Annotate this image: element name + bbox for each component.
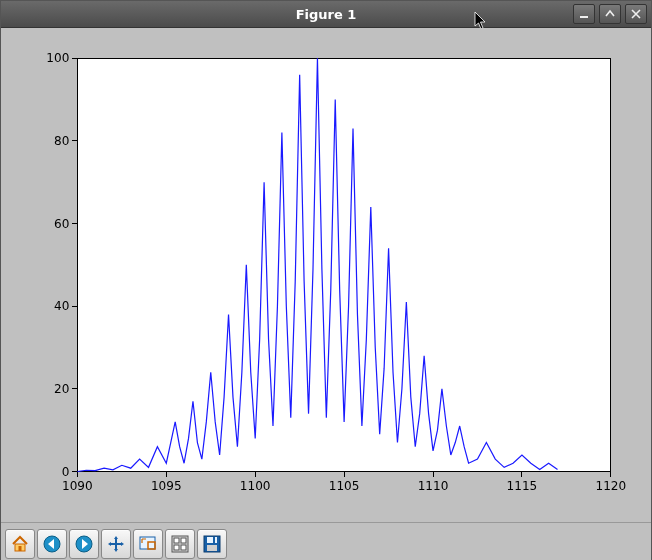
back-button[interactable] <box>37 529 67 559</box>
x-tick-label: 1105 <box>329 479 360 493</box>
svg-rect-19 <box>111 543 121 545</box>
y-axis: 020406080100 <box>46 51 77 478</box>
window-controls <box>573 4 647 24</box>
x-tick-label: 1100 <box>240 479 271 493</box>
titlebar: Figure 1 <box>1 1 651 28</box>
y-tick-label: 40 <box>54 299 69 313</box>
svg-rect-28 <box>207 537 217 543</box>
zoom-button[interactable] <box>133 529 163 559</box>
x-tick-label: 1110 <box>418 479 449 493</box>
y-tick-label: 100 <box>46 51 69 65</box>
minimize-button[interactable] <box>573 4 595 24</box>
svg-rect-30 <box>207 545 217 551</box>
svg-rect-23 <box>174 538 179 543</box>
close-icon <box>630 8 642 20</box>
arrow-left-icon <box>42 534 62 554</box>
pan-button[interactable] <box>101 529 131 559</box>
chart[interactable]: 1090109511001105111011151120020406080100 <box>19 46 633 512</box>
x-tick-label: 1090 <box>62 479 93 493</box>
x-tick-label: 1120 <box>595 479 626 493</box>
minimize-icon <box>578 8 590 20</box>
figure-canvas-area: 1090109511001105111011151120020406080100 <box>1 28 651 522</box>
y-tick-label: 20 <box>54 382 69 396</box>
home-icon <box>10 534 30 554</box>
maximize-button[interactable] <box>599 4 621 24</box>
svg-rect-0 <box>580 16 588 18</box>
svg-rect-26 <box>181 545 186 550</box>
x-tick-label: 1115 <box>507 479 538 493</box>
window-title: Figure 1 <box>1 7 651 22</box>
subplots-button[interactable] <box>165 529 195 559</box>
x-axis: 1090109511001105111011151120 <box>62 471 626 492</box>
subplots-icon <box>170 534 190 554</box>
nav-toolbar <box>1 522 651 560</box>
save-icon <box>202 534 222 554</box>
svg-rect-15 <box>19 546 22 551</box>
svg-rect-25 <box>174 545 179 550</box>
save-button[interactable] <box>197 529 227 559</box>
svg-rect-29 <box>213 537 215 543</box>
home-button[interactable] <box>5 529 35 559</box>
y-tick-label: 0 <box>62 465 70 479</box>
x-tick-label: 1095 <box>151 479 182 493</box>
svg-rect-24 <box>181 538 186 543</box>
close-button[interactable] <box>625 4 647 24</box>
move-icon <box>106 534 126 554</box>
zoom-icon <box>138 534 158 554</box>
forward-button[interactable] <box>69 529 99 559</box>
y-tick-label: 80 <box>54 134 69 148</box>
arrow-right-icon <box>74 534 94 554</box>
app-window: Figure 1 109010951100110511101115 <box>0 0 652 560</box>
maximize-icon <box>604 8 616 20</box>
y-tick-label: 60 <box>54 217 69 231</box>
